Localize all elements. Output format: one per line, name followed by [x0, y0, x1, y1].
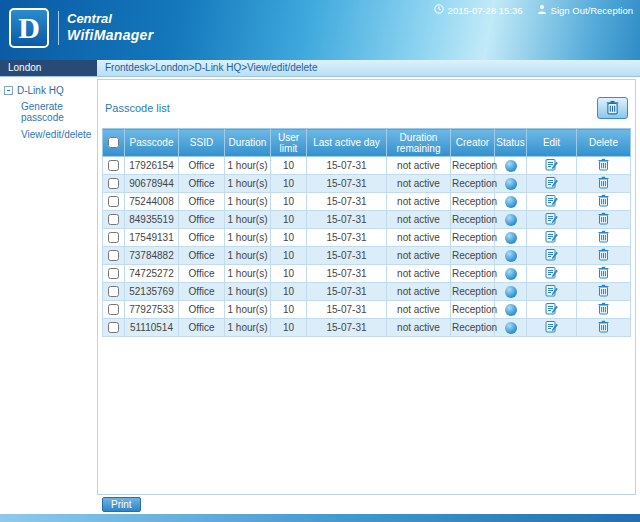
cell-edit: [527, 175, 577, 193]
delete-button[interactable]: [598, 212, 609, 227]
cell-edit: [527, 229, 577, 247]
status-icon: [505, 322, 517, 334]
print-bar: Print: [0, 495, 640, 514]
edit-button[interactable]: [545, 212, 558, 227]
page-title: Passcode list: [105, 102, 631, 114]
row-checkbox[interactable]: [108, 178, 119, 189]
cell-ssid: Office: [179, 211, 225, 229]
cell-user-limit: 10: [271, 175, 307, 193]
cell-user-limit: 10: [271, 157, 307, 175]
cell-status: [495, 247, 527, 265]
page: D Central WifiManager 2015-07-28 15:36 S…: [0, 0, 640, 522]
cell-creator: Reception: [451, 193, 495, 211]
delete-selected-button[interactable]: [597, 97, 628, 119]
delete-button[interactable]: [598, 248, 609, 263]
cell-remaining: not active: [387, 301, 451, 319]
cell-creator: Reception: [451, 229, 495, 247]
tree-collapse-icon[interactable]: [4, 86, 13, 95]
edit-icon: [545, 212, 558, 227]
edit-icon: [545, 194, 558, 209]
edit-button[interactable]: [545, 194, 558, 209]
status-icon: [505, 250, 517, 262]
delete-icon: [598, 158, 609, 173]
delete-button[interactable]: [598, 194, 609, 209]
row-checkbox[interactable]: [108, 268, 119, 279]
edit-button[interactable]: [545, 248, 558, 263]
cell-user-limit: 10: [271, 319, 307, 337]
delete-button[interactable]: [598, 176, 609, 191]
cell-status: [495, 157, 527, 175]
sign-out-link[interactable]: Sign Out/Reception: [537, 4, 633, 16]
cell-ssid: Office: [179, 157, 225, 175]
breadcrumb-site: London: [0, 60, 97, 76]
row-checkbox[interactable]: [108, 286, 119, 297]
cell-delete: [577, 211, 631, 229]
cell-last-active: 15-07-31: [307, 319, 387, 337]
status-icon: [505, 232, 517, 244]
table-row: 17926154Office1 hour(s)1015-07-31not act…: [103, 157, 631, 175]
row-checkbox[interactable]: [108, 196, 119, 207]
delete-button[interactable]: [598, 302, 609, 317]
row-checkbox[interactable]: [108, 232, 119, 243]
cell-edit: [527, 247, 577, 265]
edit-button[interactable]: [545, 230, 558, 245]
header-datetime-wrap: 2015-07-28 15:36: [434, 4, 523, 16]
cell-passcode: 73784882: [125, 247, 179, 265]
cell-passcode: 90678944: [125, 175, 179, 193]
cell-edit: [527, 283, 577, 301]
delete-button[interactable]: [598, 158, 609, 173]
edit-button[interactable]: [545, 158, 558, 173]
sidebar-item-view-edit-delete[interactable]: View/edit/delete: [0, 126, 95, 143]
cell-creator: Reception: [451, 301, 495, 319]
edit-button[interactable]: [545, 284, 558, 299]
edit-button[interactable]: [545, 302, 558, 317]
print-button[interactable]: Print: [102, 497, 141, 512]
cell-creator: Reception: [451, 247, 495, 265]
edit-icon: [545, 248, 558, 263]
cell-duration: 1 hour(s): [225, 283, 271, 301]
cell-remaining: not active: [387, 229, 451, 247]
sidebar-item-generate-passcode[interactable]: Generate passcode: [0, 98, 95, 126]
row-checkbox[interactable]: [108, 304, 119, 315]
delete-button[interactable]: [598, 320, 609, 335]
cell-status: [495, 211, 527, 229]
delete-icon: [598, 194, 609, 209]
delete-button[interactable]: [598, 284, 609, 299]
row-checkbox[interactable]: [108, 322, 119, 333]
delete-button[interactable]: [598, 266, 609, 281]
delete-button[interactable]: [598, 230, 609, 245]
row-checkbox-cell: [103, 211, 125, 229]
select-all-checkbox[interactable]: [108, 137, 119, 148]
edit-button[interactable]: [545, 320, 558, 335]
cell-delete: [577, 283, 631, 301]
bottom-strip: [0, 514, 640, 522]
cell-passcode: 17926154: [125, 157, 179, 175]
cell-ssid: Office: [179, 301, 225, 319]
breadcrumb-bar: London Frontdesk>London>D-Link HQ>View/e…: [0, 60, 640, 77]
row-checkbox-cell: [103, 193, 125, 211]
row-checkbox[interactable]: [108, 214, 119, 225]
cell-edit: [527, 265, 577, 283]
clock-icon: [434, 4, 444, 16]
edit-icon: [545, 320, 558, 335]
cell-remaining: not active: [387, 157, 451, 175]
dlink-logo-d: D: [9, 8, 49, 48]
cell-remaining: not active: [387, 211, 451, 229]
status-icon: [505, 160, 517, 172]
user-icon: [537, 4, 547, 16]
header-datetime: 2015-07-28 15:36: [448, 5, 523, 16]
row-checkbox[interactable]: [108, 250, 119, 261]
app-header: D Central WifiManager 2015-07-28 15:36 S…: [0, 0, 640, 60]
cell-delete: [577, 247, 631, 265]
cell-duration: 1 hour(s): [225, 265, 271, 283]
row-checkbox[interactable]: [108, 160, 119, 171]
delete-icon: [598, 248, 609, 263]
cell-duration: 1 hour(s): [225, 157, 271, 175]
edit-button[interactable]: [545, 266, 558, 281]
cell-delete: [577, 301, 631, 319]
cell-last-active: 15-07-31: [307, 265, 387, 283]
cell-duration: 1 hour(s): [225, 193, 271, 211]
edit-button[interactable]: [545, 176, 558, 191]
tree-node-dlink-hq[interactable]: D-Link HQ: [0, 83, 95, 98]
cell-status: [495, 301, 527, 319]
